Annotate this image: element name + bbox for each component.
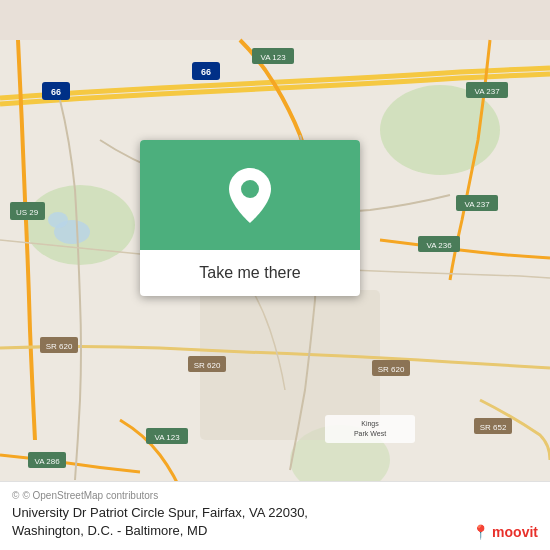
copyright-text: © © OpenStreetMap contributors	[12, 490, 538, 501]
svg-text:SR 620: SR 620	[194, 361, 221, 370]
svg-text:Kings: Kings	[361, 420, 379, 428]
take-me-there-button[interactable]: Take me there	[154, 260, 346, 286]
svg-text:VA 237: VA 237	[464, 200, 490, 209]
copyright-symbol: ©	[12, 490, 19, 501]
svg-text:SR 620: SR 620	[46, 342, 73, 351]
svg-point-6	[48, 212, 68, 228]
location-pin-icon	[229, 168, 271, 223]
card-action-area: Take me there	[140, 250, 360, 296]
svg-text:66: 66	[201, 67, 211, 77]
svg-text:VA 236: VA 236	[426, 241, 452, 250]
svg-text:VA 237: VA 237	[474, 87, 500, 96]
svg-point-38	[241, 180, 259, 198]
info-bar: © © OpenStreetMap contributors Universit…	[0, 481, 550, 550]
svg-text:SR 652: SR 652	[480, 423, 507, 432]
moovit-text: moovit	[492, 524, 538, 540]
moovit-logo: 📍 moovit	[472, 524, 538, 540]
map-container: 66 66 VA 123 VA 237 VA 237 VA 236 US 29 …	[0, 0, 550, 550]
address-text: University Dr Patriot Circle Spur, Fairf…	[12, 504, 538, 540]
svg-text:66: 66	[51, 87, 61, 97]
card-map-preview	[140, 140, 360, 250]
svg-text:VA 123: VA 123	[260, 53, 286, 62]
location-card: Take me there	[140, 140, 360, 296]
svg-text:SR 620: SR 620	[378, 365, 405, 374]
svg-text:US 29: US 29	[16, 208, 39, 217]
svg-text:VA 123: VA 123	[154, 433, 180, 442]
moovit-pin-icon: 📍	[472, 524, 489, 540]
svg-text:VA 286: VA 286	[34, 457, 60, 466]
svg-text:Park West: Park West	[354, 430, 386, 437]
